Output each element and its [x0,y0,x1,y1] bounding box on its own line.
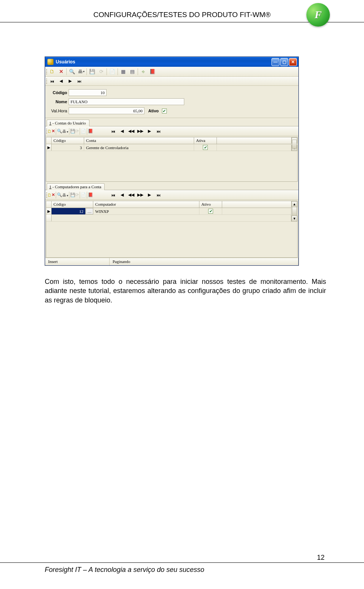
comp-nav-next-button[interactable]: ▶ [145,191,154,199]
toolbar-separator [118,68,118,75]
find-button[interactable]: 🔍 [67,68,77,76]
nav-first-button[interactable]: ⏮ [47,77,56,85]
grid-view-b-button[interactable]: ▤ [128,68,137,76]
refresh-button[interactable]: ⟳ [97,68,106,76]
codigo-input[interactable] [69,89,107,96]
new-record-button[interactable]: 🗋 [47,68,56,76]
body-paragraph: Com isto, temos todo o necessário para i… [45,277,326,305]
nav-prev-button[interactable]: ◀ [56,77,66,85]
comp-ativo-checkbox[interactable]: ✔ [208,209,213,214]
status-message: Paginando [110,258,298,265]
contas-row[interactable]: ▶ 3 Gerente de Controladoria ✔ [46,144,291,151]
contas-cell-ativa[interactable]: ✔ [194,144,217,151]
tab-contas-usuario[interactable]: 1 - Contas do Usuário [47,120,89,126]
toolbar-separator [80,192,80,198]
tab-computadores[interactable]: 1 - Computadores para a Conta [47,183,105,190]
comp-cell-codigo[interactable]: 12 [52,208,86,214]
status-bar: Insert Paginando [45,258,298,265]
comp-copy-button[interactable]: 📄 [81,192,86,197]
contas-help-button[interactable]: 📕 [88,129,93,134]
comp-col-computador[interactable]: Computador [93,201,199,208]
contas-nav-fastfwd-button[interactable]: ▶▶ [136,127,145,135]
copy-button[interactable]: 📄 [108,68,117,76]
ativo-checkbox[interactable]: ✔ [162,109,167,113]
comp-refresh-button[interactable]: ⟳ [75,192,79,197]
comp-nav-fastback-button[interactable]: ◀◀ [127,191,136,199]
comp-help-button[interactable]: 📕 [88,192,93,197]
tabstrip-contas: 1 - Contas do Usuário [45,118,298,126]
contas-nav-prev-button[interactable]: ◀ [118,127,127,135]
comp-nav-first-button[interactable]: ⏮ [108,191,118,199]
comp-save-button[interactable]: 💾 [70,192,75,197]
comp-lookup-button[interactable]: … [86,208,93,214]
nav-last-button[interactable]: ⏭ [75,77,84,85]
comp-delete-button[interactable]: ✕ [52,192,55,197]
delete-record-button[interactable]: ✕ [56,68,66,76]
screenshot-container: Usuários — ▢ ✕ 🗋 ✕ 🔍 🖶▾ 💾 ⟳ 📄 ▦ ▤ ⎆ [45,57,299,266]
contas-print-button[interactable]: 🖶▾ [62,129,68,134]
contas-toolbar: 🗋 ✕ 🔍 🖶▾ 💾 ⟳ 📄 📕 ⏮ ◀ ◀◀ ▶▶ ▶ [45,126,298,136]
row-marker-head [46,137,52,144]
valhora-input[interactable] [69,107,144,114]
contas-col-codigo[interactable]: Código [52,137,84,144]
pane-computadores: 🗋 ✕ 🔍 🖶▾ 💾 ⟳ 📄 📕 ⏮ ◀ ◀◀ ▶▶ ▶ [45,190,298,258]
scroll-up-icon[interactable]: ▲ [292,201,297,207]
print-button[interactable]: 🖶▾ [77,68,86,76]
contas-new-button[interactable]: 🗋 [47,129,52,134]
nome-input[interactable] [69,98,184,105]
toolbar-separator [86,68,87,75]
page-header: CONFIGURAÇÕES/TESTES DO PRODUTO FIT-WM® … [0,0,364,22]
window-usuarios: Usuários — ▢ ✕ 🗋 ✕ 🔍 🖶▾ 💾 ⟳ 📄 ▦ ▤ ⎆ [45,57,299,266]
status-mode: Insert [45,258,110,265]
comp-col-ativo[interactable]: Ativo [199,201,222,208]
comp-row-empty[interactable] [46,215,291,222]
contas-cell-codigo[interactable]: 3 [52,144,84,151]
comp-col-codigo[interactable]: Código [52,201,93,208]
save-button[interactable]: 💾 [88,68,97,76]
scroll-thumb[interactable] [292,207,297,216]
window-titlebar[interactable]: Usuários — ▢ ✕ [45,57,298,67]
close-button[interactable]: ✕ [289,58,297,66]
contas-cell-conta[interactable]: Gerente de Controladoria [84,144,194,151]
scroll-down-icon[interactable]: ▼ [292,216,297,222]
comp-nav-prev-button[interactable]: ◀ [118,191,127,199]
comp-cell-ativo[interactable]: ✔ [199,208,222,214]
row-marker-icon [46,215,52,221]
comp-grid: Código Computador Ativo ▶ 12 … WINXP ✔ [46,201,298,258]
contas-ativa-checkbox[interactable]: ✔ [203,145,208,150]
scroll-thumb[interactable] [292,140,297,149]
contas-col-ativa[interactable]: Ativa [194,137,217,144]
exit-button[interactable]: ⎆ [139,68,148,76]
contas-col-conta[interactable]: Conta [84,137,194,144]
contas-refresh-button[interactable]: ⟳ [75,129,79,134]
row-marker-head [46,201,52,208]
grid-view-a-button[interactable]: ▦ [119,68,128,76]
comp-nav-fastfwd-button[interactable]: ▶▶ [136,191,145,199]
tabstrip-computadores: 1 - Computadores para a Conta [45,182,298,190]
comp-find-button[interactable]: 🔍 [57,192,62,197]
comp-nav-last-button[interactable]: ⏭ [154,191,163,199]
comp-row[interactable]: ▶ 12 … WINXP ✔ [46,208,291,215]
record-navigator: ⏮ ◀ ▶ ⏭ [45,77,298,86]
contas-copy-button[interactable]: 📄 [81,129,86,134]
contas-nav-first-button[interactable]: ⏮ [108,127,118,135]
page-title: CONFIGURAÇÕES/TESTES DO PRODUTO FIT-WM® [38,11,326,19]
contas-nav-last-button[interactable]: ⏭ [154,127,163,135]
comp-new-button[interactable]: 🗋 [47,193,52,197]
help-button[interactable]: 📕 [148,68,157,76]
contas-vscrollbar[interactable]: ▲ ▼ [291,137,297,151]
maximize-button[interactable]: ▢ [280,58,288,66]
comp-vscrollbar[interactable]: ▲ ▼ [291,201,297,222]
toolbar-separator [80,128,80,135]
nav-next-button[interactable]: ▶ [66,77,75,85]
nome-label: Nome [47,99,69,104]
tab-computadores-label: - Computadores para a Conta [52,184,101,189]
comp-print-button[interactable]: 🖶▾ [62,193,68,197]
contas-find-button[interactable]: 🔍 [57,129,62,134]
minimize-button[interactable]: — [271,58,279,66]
contas-save-button[interactable]: 💾 [70,129,75,134]
contas-nav-fastback-button[interactable]: ◀◀ [127,127,136,135]
contas-delete-button[interactable]: ✕ [52,129,55,134]
contas-nav-next-button[interactable]: ▶ [145,127,154,135]
comp-cell-computador[interactable]: WINXP [93,208,199,214]
